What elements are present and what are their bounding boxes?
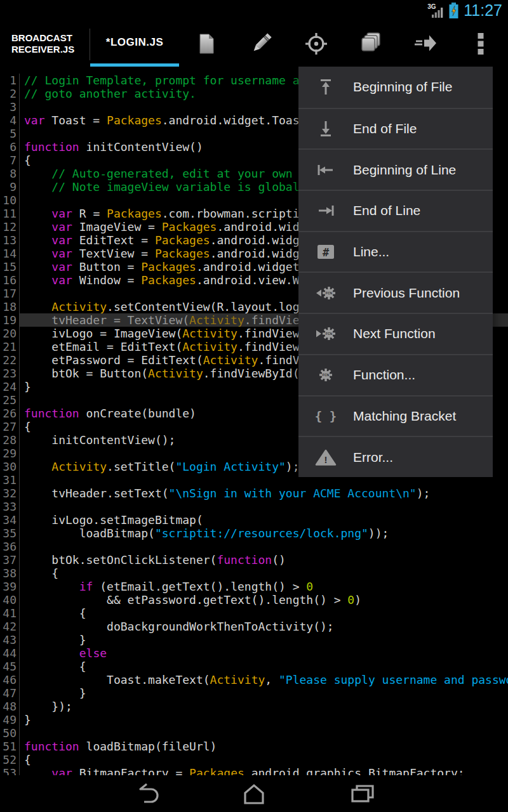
function-icon: FCN: [314, 366, 338, 384]
code-text: {: [20, 566, 508, 580]
home-button[interactable]: [239, 782, 269, 806]
code-line[interactable]: 33: [0, 500, 508, 513]
code-text: }: [20, 713, 508, 726]
menu-item-label: Beginning of Line: [353, 162, 456, 178]
menu-item-matching-bracket[interactable]: { }Matching Bracket: [298, 395, 493, 436]
code-line[interactable]: 45 {: [0, 660, 508, 673]
line-number: 47: [0, 686, 20, 700]
line-number: 27: [0, 420, 20, 433]
back-icon: [132, 782, 160, 805]
menu-item-end-of-file[interactable]: End of File: [298, 108, 493, 149]
code-line[interactable]: 39 if (etEmail.getText().length() > 0: [0, 580, 508, 593]
line-number: 32: [0, 487, 20, 500]
code-line[interactable]: 35 loadBitmap("scriptit://resources/lock…: [0, 527, 508, 540]
next-function-icon: FCN: [314, 325, 338, 343]
menu-item-label: Beginning of File: [353, 79, 452, 95]
menu-item-label: Matching Bracket: [353, 409, 456, 424]
overflow-menu-button[interactable]: [453, 21, 508, 67]
code-line[interactable]: 52{: [0, 753, 508, 766]
overflow-icon: [477, 30, 485, 58]
code-line[interactable]: 43 }: [0, 633, 508, 646]
line-number: 9: [0, 180, 20, 193]
action-bar: BROADCAST RECEIVER.JS *LOGIN.JS: [0, 21, 508, 67]
line-number: 4: [0, 114, 20, 127]
code-line[interactable]: 51function loadBitmap(fileUrl): [0, 740, 508, 753]
menu-item-function[interactable]: FCNFunction...: [298, 354, 493, 395]
goto-button[interactable]: [289, 21, 344, 67]
menu-item-end-of-line[interactable]: End of Line: [298, 190, 493, 231]
code-text: });: [20, 700, 508, 713]
line-number: 16: [0, 273, 20, 287]
line-number: 36: [0, 540, 20, 553]
line-number: 13: [0, 233, 20, 247]
line-number: 10: [0, 193, 20, 207]
code-text: [20, 726, 508, 740]
svg-text:FCN: FCN: [323, 373, 330, 377]
code-text: else: [20, 646, 508, 660]
pages-button[interactable]: [344, 21, 398, 67]
layers-icon: [358, 30, 384, 58]
code-line[interactable]: 46 Toast.makeText(Activity, "Please supp…: [0, 673, 508, 686]
line-number: 20: [0, 327, 20, 340]
code-line[interactable]: 40 && etPassword.getText().length() > 0): [0, 593, 508, 606]
code-text: {: [20, 753, 508, 766]
menu-item-next-function[interactable]: FCNNext Function: [298, 313, 493, 354]
code-text: }: [20, 633, 508, 646]
menu-item-label: Previous Function: [353, 285, 460, 301]
code-line[interactable]: 47 }: [0, 686, 508, 700]
new-file-icon: [194, 30, 219, 58]
menu-item-label: Function...: [353, 367, 415, 383]
recents-button[interactable]: [347, 782, 377, 806]
code-line[interactable]: 48 });: [0, 700, 508, 713]
line-number: 49: [0, 713, 20, 726]
recents-icon: [348, 782, 376, 805]
code-line[interactable]: 36: [0, 540, 508, 553]
menu-item-error[interactable]: !Error...: [298, 436, 493, 477]
target-icon: [304, 30, 329, 58]
tab-broadcastreceiver-js[interactable]: BROADCAST RECEIVER.JS: [0, 21, 90, 67]
tab-login-js[interactable]: *LOGIN.JS: [90, 21, 179, 67]
new-file-button[interactable]: [179, 21, 234, 67]
line-number: 39: [0, 580, 20, 593]
svg-text:!: !: [324, 454, 328, 465]
line-number: 31: [0, 473, 20, 487]
beginning-of-file-icon: [314, 78, 338, 96]
menu-item-label: End of File: [353, 121, 417, 136]
menu-item-line[interactable]: #Line...: [298, 231, 493, 272]
line-number: 42: [0, 620, 20, 633]
line-number: 11: [0, 207, 20, 220]
action-buttons: [179, 21, 508, 67]
code-line[interactable]: 34 ivLogo.setImageBitmap(: [0, 513, 508, 527]
code-text: tvHeader.setText("\nSign in with your AC…: [20, 487, 508, 500]
code-text: btOk.setOnClickListener(function(): [20, 553, 508, 566]
code-text: doBackgroundWorkThenToActivity();: [20, 620, 508, 633]
code-line[interactable]: 44 else: [0, 646, 508, 660]
line-number: 38: [0, 566, 20, 580]
code-line[interactable]: 41 {: [0, 606, 508, 620]
line-number: 43: [0, 633, 20, 646]
line-number: 21: [0, 340, 20, 353]
line-number: 18: [0, 300, 20, 313]
line-number: 52: [0, 753, 20, 766]
line-number: 12: [0, 220, 20, 233]
code-line[interactable]: 42 doBackgroundWorkThenToActivity();: [0, 620, 508, 633]
menu-item-beginning-of-line[interactable]: Beginning of Line: [298, 148, 493, 190]
code-line[interactable]: 32 tvHeader.setText("\nSign in with your…: [0, 487, 508, 500]
code-line[interactable]: 38 {: [0, 566, 508, 580]
code-line[interactable]: 50: [0, 726, 508, 740]
code-text: {: [20, 660, 508, 673]
forward-button[interactable]: [398, 21, 453, 67]
menu-item-beginning-of-file[interactable]: Beginning of File: [298, 67, 493, 108]
code-line[interactable]: 49}: [0, 713, 508, 726]
line-number: 2: [0, 87, 20, 100]
code-line[interactable]: 37 btOk.setOnClickListener(function(): [0, 553, 508, 566]
line-number: 25: [0, 393, 20, 407]
edit-button[interactable]: [234, 21, 288, 67]
navigation-bar: [0, 775, 508, 812]
line-number: 45: [0, 660, 20, 673]
line-number: 33: [0, 500, 20, 513]
menu-item-previous-function[interactable]: FCNPrevious Function: [298, 272, 493, 313]
back-button[interactable]: [131, 782, 161, 806]
line-number: 14: [0, 247, 20, 260]
menu-item-label: Next Function: [353, 326, 436, 341]
